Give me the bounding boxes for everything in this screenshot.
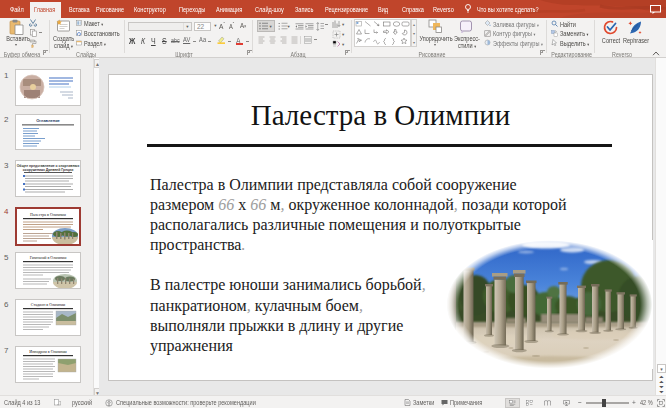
svg-text:сооружениях Древней Греции: сооружениях Древней Греции (23, 167, 74, 171)
svg-text:Стадион в Олимпии: Стадион в Олимпии (31, 302, 66, 307)
svg-text:Палестра в Олимпии: Палестра в Олимпии (30, 212, 67, 217)
svg-text:Оглавление: Оглавление (36, 118, 60, 123)
svg-text:Ипподром в Олимпии: Ипподром в Олимпии (29, 349, 67, 354)
svg-text:Гимнасий в Олимпии: Гимнасий в Олимпии (30, 255, 68, 260)
